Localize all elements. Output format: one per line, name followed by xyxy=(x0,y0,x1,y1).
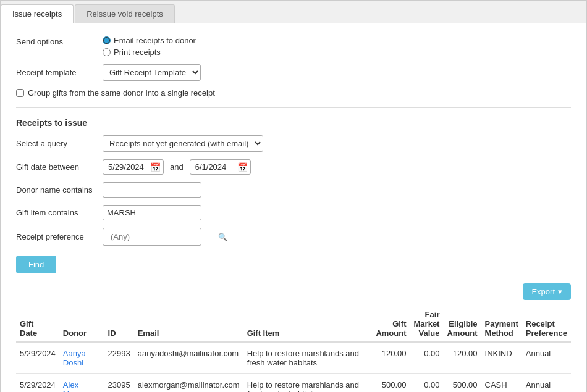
receipt-template-label: Receipt template xyxy=(16,68,103,77)
col-donor: Donor xyxy=(59,305,104,342)
cell-email: alexmorgan@mailinator.com xyxy=(134,374,243,393)
cell-gift-date: 5/29/2024 xyxy=(16,342,59,374)
cell-id: 23095 xyxy=(104,374,134,393)
col-gift-date: GiftDate xyxy=(16,305,59,342)
group-gifts-checkbox[interactable] xyxy=(16,89,24,97)
group-gifts-label: Group gifts from the same donor into a s… xyxy=(28,88,215,98)
cell-payment-method: CASH xyxy=(481,374,522,393)
cell-gift-date: 5/29/2024 xyxy=(16,374,59,393)
cell-donor[interactable]: Alex Morgan xyxy=(59,374,104,393)
donor-name-input[interactable] xyxy=(103,182,201,198)
date-from-input[interactable] xyxy=(106,161,150,173)
date-to-wrapper: 📅 xyxy=(190,159,251,175)
cell-email: aanyadoshi@mailinator.com xyxy=(134,342,243,374)
cell-eligible-amount: 500.00 xyxy=(443,374,481,393)
col-id: ID xyxy=(104,305,134,342)
cell-gift-item: Help to restore marshlands and fresh wat… xyxy=(243,374,373,393)
table-toolbar: Export ▾ xyxy=(16,283,571,300)
cell-fair-market-value: 0.00 xyxy=(410,374,444,393)
col-receipt-preference: ReceiptPreference xyxy=(522,305,571,342)
select-query-label: Select a query xyxy=(16,139,103,148)
cell-receipt-preference: Annual xyxy=(522,342,571,374)
col-gift-amount: GiftAmount xyxy=(372,305,410,342)
gift-date-label: Gift date between xyxy=(16,162,103,172)
main-content: Send options Email receipts to donor Pri… xyxy=(1,23,586,392)
col-gift-item: Gift Item xyxy=(243,305,373,342)
export-button[interactable]: Export ▾ xyxy=(523,283,571,300)
cell-fair-market-value: 0.00 xyxy=(410,342,444,374)
cell-gift-amount: 120.00 xyxy=(372,342,410,374)
gift-item-row: Gift item contains xyxy=(16,205,571,220)
gift-date-row: Gift date between 📅 and 📅 xyxy=(16,159,571,175)
receipt-preference-label: Receipt preference xyxy=(16,232,103,241)
col-fair-market-value: FairMarketValue xyxy=(410,305,444,342)
select-query-row: Select a query Receipts not yet generate… xyxy=(16,135,571,152)
col-payment-method: PaymentMethod xyxy=(481,305,522,342)
group-gifts-row: Group gifts from the same donor into a s… xyxy=(16,88,571,98)
and-label: and xyxy=(170,162,184,172)
col-eligible-amount: EligibleAmount xyxy=(443,305,481,342)
cell-receipt-preference: Annual xyxy=(522,374,571,393)
cell-gift-item: Help to restore marshlands and fresh wat… xyxy=(243,342,373,374)
find-button[interactable]: Find xyxy=(16,256,56,273)
donor-link[interactable]: Aanya Doshi xyxy=(63,349,86,367)
gift-item-label: Gift item contains xyxy=(16,208,103,217)
cell-payment-method: INKIND xyxy=(481,342,522,374)
tab-bar: Issue receipts Reissue void receipts xyxy=(1,1,586,23)
date-to-input[interactable] xyxy=(193,161,237,173)
date-group: 📅 and 📅 xyxy=(103,159,251,175)
col-email: Email xyxy=(134,305,243,342)
cell-eligible-amount: 120.00 xyxy=(443,342,481,374)
table-header-row: GiftDate Donor ID Email Gift Item GiftAm… xyxy=(16,305,571,342)
tab-reissue-void-receipts[interactable]: Reissue void receipts xyxy=(75,4,175,23)
search-icon: 🔍 xyxy=(218,233,227,241)
table-row: 5/29/2024 Aanya Doshi 22993 aanyadoshi@m… xyxy=(16,342,571,374)
send-options-label: Send options xyxy=(16,36,103,46)
radio-print[interactable] xyxy=(103,48,111,56)
radio-email[interactable] xyxy=(103,36,111,44)
receipts-table: GiftDate Donor ID Email Gift Item GiftAm… xyxy=(16,305,571,392)
calendar-to-icon[interactable]: 📅 xyxy=(237,162,248,172)
radio-print-label[interactable]: Print receipts xyxy=(103,48,196,57)
receipts-to-issue-header: Receipts to issue xyxy=(16,118,571,128)
calendar-from-icon[interactable]: 📅 xyxy=(150,162,161,172)
tab-issue-receipts[interactable]: Issue receipts xyxy=(1,4,74,23)
divider-1 xyxy=(16,107,571,108)
cell-donor[interactable]: Aanya Doshi xyxy=(59,342,104,374)
receipt-preference-row: Receipt preference 🔍 xyxy=(16,228,571,246)
cell-gift-amount: 500.00 xyxy=(372,374,410,393)
send-options-row: Send options Email receipts to donor Pri… xyxy=(16,36,571,57)
page-wrapper: Issue receipts Reissue void receipts Sen… xyxy=(0,0,587,392)
send-options-group: Email receipts to donor Print receipts xyxy=(103,36,196,57)
donor-link[interactable]: Alex Morgan xyxy=(63,380,90,392)
select-query-dropdown[interactable]: Receipts not yet generated (with email) xyxy=(103,135,263,152)
gift-item-input[interactable] xyxy=(103,205,201,220)
receipt-preference-wrapper: 🔍 xyxy=(103,228,201,246)
receipt-template-select[interactable]: Gift Receipt Template xyxy=(103,64,201,81)
donor-name-row: Donor name contains xyxy=(16,182,571,198)
table-row: 5/29/2024 Alex Morgan 23095 alexmorgan@m… xyxy=(16,374,571,393)
donor-name-label: Donor name contains xyxy=(16,185,103,194)
receipt-preference-input[interactable] xyxy=(107,230,218,244)
radio-email-label[interactable]: Email receipts to donor xyxy=(103,36,196,45)
date-from-wrapper: 📅 xyxy=(103,159,164,175)
receipt-template-row: Receipt template Gift Receipt Template xyxy=(16,64,571,81)
cell-id: 22993 xyxy=(104,342,134,374)
